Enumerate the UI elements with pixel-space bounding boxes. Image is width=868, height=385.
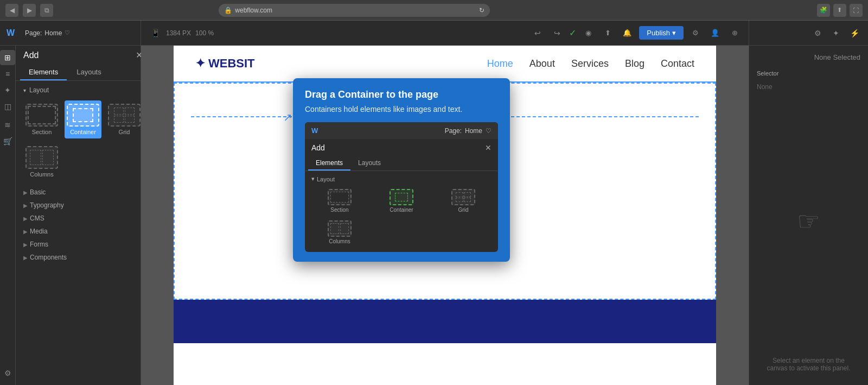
mini-element-grid[interactable]: Grid <box>434 187 493 215</box>
address-text: webflow.com <box>235 7 272 14</box>
rail-cms[interactable]: ≋ <box>0 117 15 132</box>
mini-tab-elements[interactable]: Elements <box>308 156 350 171</box>
more-button[interactable]: ⊕ <box>727 26 742 41</box>
section-icon <box>25 104 58 127</box>
forms-category[interactable]: ▶ Forms <box>16 236 150 249</box>
nav-blog[interactable]: Blog <box>625 58 644 70</box>
redo-button[interactable]: ↪ <box>550 26 565 41</box>
mini-layout-label: Layout <box>317 176 335 182</box>
right-interact-button[interactable]: ⚡ <box>847 26 861 40</box>
element-container[interactable]: Container <box>65 100 101 138</box>
extension-button[interactable]: 🧩 <box>817 4 830 17</box>
mini-section-shape <box>330 192 349 203</box>
mini-layout-category[interactable]: ▾ Layout <box>305 171 498 185</box>
basic-arrow-icon: ▶ <box>23 190 28 195</box>
export-button[interactable]: ⬆ <box>600 26 615 41</box>
window-button[interactable]: ⧉ <box>40 4 53 17</box>
settings-button[interactable]: ⚙ <box>688 26 703 41</box>
add-panel-header: Add ✕ <box>16 46 150 65</box>
cms-arrow-icon: ▶ <box>23 216 28 222</box>
element-grid[interactable]: Grid <box>106 100 143 138</box>
mini-element-container[interactable]: Container <box>372 187 431 215</box>
basic-category[interactable]: ▶ Basic <box>16 184 150 197</box>
media-category[interactable]: ▶ Media <box>16 223 150 236</box>
rail-add-elements[interactable]: ⊞ <box>0 50 15 65</box>
element-section[interactable]: Section <box>23 100 60 138</box>
container-label: Container <box>70 129 96 135</box>
cursor-icon-area: ☞ <box>797 97 820 345</box>
browser-right-icons: 🧩 ⬆ ⛶ <box>817 4 863 17</box>
page-name: Home <box>44 29 62 37</box>
mini-elements-grid: Section Container <box>305 185 498 252</box>
mini-element-section[interactable]: Section <box>310 187 369 215</box>
mini-columns-shape <box>330 223 349 234</box>
undo-button[interactable]: ↩ <box>530 26 545 41</box>
typography-category[interactable]: ▶ Typography <box>16 197 150 210</box>
rail-navigator[interactable]: ≡ <box>0 66 15 81</box>
publish-button[interactable]: Publish ▾ <box>639 26 684 40</box>
tab-layouts[interactable]: Layouts <box>68 65 110 80</box>
none-selected-label: None Selected <box>757 53 860 61</box>
canvas-size-info: 1384 PX 100 % <box>166 29 214 37</box>
fullscreen-button[interactable]: ⛶ <box>850 4 863 17</box>
rail-ecomm[interactable]: 🛒 <box>0 134 15 149</box>
preview-button[interactable]: ◉ <box>580 26 596 41</box>
alert-button[interactable]: 🔔 <box>620 26 635 41</box>
canvas-topbar-right: ↩ ↪ ✓ ◉ ⬆ 🔔 Publish ▾ ⚙ 👤 ⊕ <box>530 26 742 41</box>
nav-about[interactable]: About <box>529 58 555 70</box>
drop-arrow-icon: ↗ <box>283 111 292 124</box>
right-panel-content: None Selected Selector None ☞ Select an … <box>749 46 868 385</box>
forward-button[interactable]: ▶ <box>23 4 36 17</box>
back-button[interactable]: ◀ <box>5 4 18 17</box>
mini-grid-icon <box>451 189 475 205</box>
nav-home[interactable]: Home <box>487 58 513 70</box>
refresh-icon: ↻ <box>479 7 484 14</box>
address-bar[interactable]: 🔒 webflow.com ↻ <box>219 4 490 17</box>
mini-container-label: Container <box>390 207 413 213</box>
users-button[interactable]: 👤 <box>707 26 723 41</box>
cms-category[interactable]: ▶ CMS <box>16 210 150 223</box>
layout-category-header[interactable]: ▾ Layout <box>16 81 150 97</box>
container-shape <box>73 108 93 122</box>
device-toggle-button[interactable]: 📱 <box>148 26 163 41</box>
columns-icon <box>25 146 58 169</box>
sidebar-rail: ⊞ ≡ ✦ ◫ ≋ 🛒 ⚙ <box>0 46 16 385</box>
canvas-zoom: 100 % <box>195 29 214 37</box>
add-title: Add <box>23 51 39 60</box>
element-columns[interactable]: Columns <box>23 143 60 181</box>
rail-pages[interactable]: ◫ <box>0 99 15 114</box>
left-sidebar: W Page: Home ♡ ⊞ ≡ ✦ ◫ ≋ 🛒 ⚙ A <box>0 21 141 385</box>
mini-page-name: Home <box>465 127 482 135</box>
right-style-button[interactable]: ✦ <box>829 26 843 40</box>
mini-element-columns[interactable]: Columns <box>310 218 369 247</box>
tab-elements[interactable]: Elements <box>20 65 67 80</box>
right-panel: ⚙ ✦ ⚡ None Selected Selector None ☞ Sele… <box>749 21 868 385</box>
nav-services[interactable]: Services <box>571 58 609 70</box>
page-label: Page: <box>25 29 42 37</box>
mini-close-button[interactable]: ✕ <box>485 143 492 152</box>
tooltip-title: Drag a Container to the page <box>305 89 498 100</box>
forms-label: Forms <box>30 241 48 248</box>
nav-contact[interactable]: Contact <box>661 58 694 70</box>
typography-label: Typography <box>30 201 64 209</box>
share-button[interactable]: ⬆ <box>833 4 846 17</box>
rail-settings[interactable]: ⚙ <box>0 365 15 381</box>
favorite-icon: ♡ <box>65 29 70 36</box>
logo-star-icon: ✦ <box>195 56 205 71</box>
publish-chevron-icon: ▾ <box>672 29 676 37</box>
components-category[interactable]: ▶ Components <box>16 249 150 262</box>
layout-elements-grid: Section Container <box>16 97 150 184</box>
mini-container-icon <box>390 189 413 205</box>
site-nav: ✦ WEBSIT Home About Services Blog Contac… <box>174 46 716 83</box>
components-arrow-icon: ▶ <box>23 255 28 261</box>
canvas-area: 📱 1384 PX 100 % ↩ ↪ ✓ ◉ ⬆ 🔔 Publish ▾ ⚙ … <box>141 21 749 385</box>
mini-page-indicator: Page: Home ♡ <box>445 127 492 135</box>
lock-icon: 🔒 <box>224 7 232 14</box>
tooltip-description: Containers hold elements like images and… <box>305 105 498 113</box>
rail-components[interactable]: ✦ <box>0 83 15 98</box>
site-nav-links: Home About Services Blog Contact <box>487 58 694 70</box>
mini-tab-layouts[interactable]: Layouts <box>350 156 388 171</box>
elements-layouts-tabs: Elements Layouts <box>16 65 150 81</box>
right-settings-button[interactable]: ⚙ <box>810 26 825 40</box>
select-hint: Select an element on the canvas to activ… <box>757 351 860 377</box>
